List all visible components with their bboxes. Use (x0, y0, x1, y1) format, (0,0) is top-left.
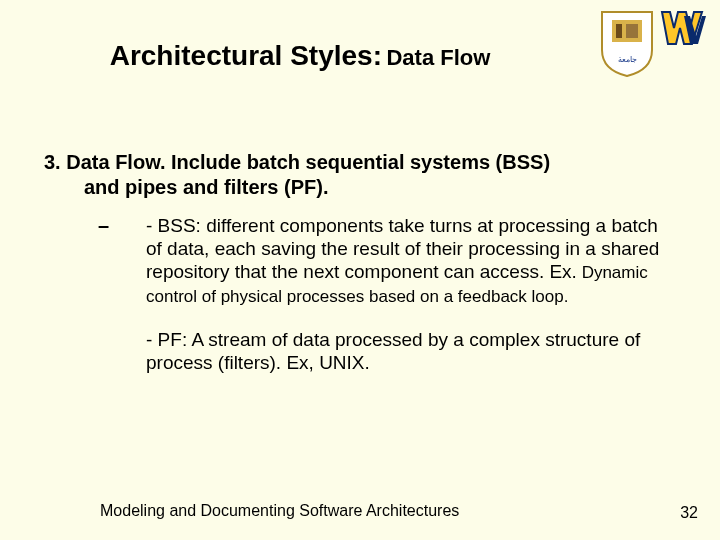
bullet-dash: – (98, 214, 109, 237)
numbered-point: 3. Data Flow. Include batch sequential s… (44, 150, 676, 200)
page-number: 32 (680, 504, 698, 522)
svg-rect-1 (616, 24, 622, 38)
slide: جامعة Architectural Styles: Data Flow 3.… (0, 0, 720, 540)
svg-text:جامعة: جامعة (618, 55, 637, 64)
sub-content: - BSS: different components take turns a… (98, 214, 676, 374)
sub-bullet: – - BSS: different components take turns… (44, 214, 676, 374)
body-content: 3. Data Flow. Include batch sequential s… (44, 150, 676, 374)
wv-logo (660, 8, 708, 48)
numbered-line1: 3. Data Flow. Include batch sequential s… (44, 151, 550, 173)
logo-group: جامعة (598, 10, 708, 78)
pf-paragraph: - PF: A stream of data processed by a co… (146, 328, 676, 374)
numbered-line2: and pipes and filters (PF). (44, 175, 676, 200)
title-sub: Data Flow (386, 45, 490, 70)
footer-text: Modeling and Documenting Software Archit… (100, 502, 459, 520)
slide-title: Architectural Styles: Data Flow (0, 40, 600, 72)
svg-rect-2 (626, 24, 638, 38)
university-seal-logo: جامعة (598, 10, 656, 78)
title-main: Architectural Styles: (110, 40, 382, 71)
bss-paragraph: - BSS: different components take turns a… (146, 214, 676, 308)
